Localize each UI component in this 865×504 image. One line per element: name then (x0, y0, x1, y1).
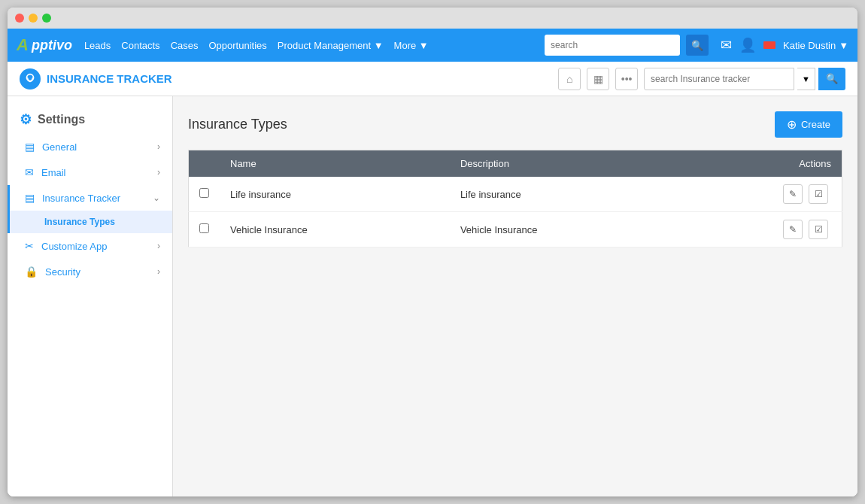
row1-delete-button[interactable]: ☑ (809, 184, 828, 204)
sidebar-item-email-label: Email (41, 167, 66, 178)
nav-link-cases[interactable]: Cases (171, 40, 199, 51)
app-logo: A pptivo (17, 35, 72, 55)
content-header: Insurance Types ⊕ Create (188, 111, 842, 138)
row1-edit-button[interactable]: ✎ (783, 184, 803, 204)
user-name: Katie Dustin (783, 40, 836, 51)
gear-icon: ⚙ (20, 111, 32, 128)
page-title: Insurance Types (188, 117, 287, 132)
main-layout: ⚙ Settings ▤ General › ✉ Email › (8, 96, 857, 496)
header-search: ▼ 🔍 (644, 68, 845, 90)
nav-link-product-management[interactable]: Product Management ▼ (278, 40, 384, 51)
table-row: Life insurance Life insurance ✎ ☑ (189, 177, 842, 212)
table-row: Vehicle Insurance Vehicle Insurance ✎ ☑ (189, 212, 842, 247)
nav-link-more[interactable]: More ▼ (394, 40, 429, 51)
sidebar-item-insurance-types[interactable]: Insurance Types (8, 211, 172, 233)
sidebar: ⚙ Settings ▤ General › ✉ Email › (8, 96, 173, 496)
insurance-tracker-icon: ▤ (25, 192, 35, 204)
app-header-actions: ⌂ ▦ ••• ▼ 🔍 (558, 68, 845, 90)
user-dropdown-icon: ▼ (839, 40, 848, 51)
sidebar-item-security[interactable]: 🔒 Security › (8, 259, 172, 284)
logo-leaf-icon: A (17, 35, 29, 55)
customize-icon: ✂ (25, 240, 34, 252)
content-area: Insurance Types ⊕ Create Name Descriptio… (173, 96, 857, 496)
app-icon (20, 68, 41, 90)
sidebar-item-insurance-tracker-left: ▤ Insurance Tracker (25, 192, 120, 204)
row1-description: Life insurance (450, 177, 680, 212)
row2-description: Vehicle Insurance (450, 212, 680, 247)
sidebar-item-email[interactable]: ✉ Email › (8, 159, 172, 185)
sidebar-item-insurance-types-label: Insurance Types (44, 217, 115, 227)
traffic-light-red[interactable] (15, 14, 24, 23)
create-plus-icon: ⊕ (787, 117, 797, 132)
traffic-light-yellow[interactable] (29, 14, 38, 23)
email-chevron-icon: › (157, 167, 160, 178)
row2-actions-cell: ✎ ☑ (680, 212, 842, 247)
nav-link-leads[interactable]: Leads (84, 40, 111, 51)
app-header-title: INSURANCE TRACKER (47, 72, 172, 85)
nav-icons: ✉ 👤 Katie Dustin ▼ (721, 37, 848, 53)
lock-icon: 🔒 (25, 266, 38, 278)
sidebar-item-general-label: General (42, 141, 77, 153)
nav-link-contacts[interactable]: Contacts (121, 40, 159, 51)
top-nav: A pptivo Leads Contacts Cases Opportunit… (8, 29, 857, 62)
row1-checkbox-cell (189, 177, 220, 212)
more-options-button[interactable]: ••• (615, 68, 638, 90)
user-avatar-icon[interactable]: 👤 (739, 37, 756, 53)
nav-search-button[interactable]: 🔍 (686, 35, 709, 56)
header-search-button[interactable]: 🔍 (818, 68, 845, 90)
security-chevron-icon: › (157, 266, 160, 277)
col-checkbox (189, 150, 220, 178)
window-titlebar (8, 8, 857, 29)
sidebar-item-security-label: Security (45, 266, 80, 278)
header-search-input[interactable] (644, 68, 794, 90)
logo-text: pptivo (32, 38, 72, 53)
sidebar-item-email-left: ✉ Email (25, 166, 66, 178)
sidebar-item-insurance-tracker[interactable]: ▤ Insurance Tracker ⌄ (8, 185, 172, 211)
row1-actions-cell: ✎ ☑ (680, 177, 842, 212)
col-actions: Actions (680, 150, 842, 178)
general-icon: ▤ (25, 141, 35, 153)
row1-checkbox[interactable] (199, 188, 209, 198)
flag-icon (763, 41, 775, 49)
nav-user[interactable]: Katie Dustin ▼ (783, 40, 848, 51)
app-header: INSURANCE TRACKER ⌂ ▦ ••• ▼ 🔍 (8, 62, 857, 96)
row2-edit-button[interactable]: ✎ (783, 220, 803, 239)
sidebar-item-insurance-tracker-label: Insurance Tracker (42, 193, 120, 204)
row1-name: Life insurance (220, 177, 450, 212)
table-header-row: Name Description Actions (189, 150, 842, 178)
general-chevron-icon: › (157, 141, 160, 152)
sidebar-item-general[interactable]: ▤ General › (8, 134, 172, 159)
create-button[interactable]: ⊕ Create (775, 111, 842, 138)
create-btn-label: Create (801, 119, 830, 130)
nav-links: Leads Contacts Cases Opportunities Produ… (84, 40, 429, 51)
col-name: Name (220, 150, 450, 178)
row2-checkbox-cell (189, 212, 220, 247)
row2-delete-button[interactable]: ☑ (809, 220, 828, 239)
customize-app-chevron-icon: › (157, 241, 160, 251)
sidebar-item-general-left: ▤ General (25, 141, 77, 153)
shield-icon (23, 72, 37, 86)
sidebar-item-customize-app-label: Customize App (41, 241, 107, 252)
email-icon: ✉ (25, 166, 34, 178)
message-icon[interactable]: ✉ (721, 37, 732, 53)
nav-search-input[interactable] (545, 35, 680, 56)
header-search-dropdown[interactable]: ▼ (797, 68, 815, 90)
sidebar-item-customize-app-left: ✂ Customize App (25, 240, 107, 252)
sidebar-item-security-left: 🔒 Security (25, 266, 80, 278)
sidebar-item-customize-app[interactable]: ✂ Customize App › (8, 233, 172, 259)
nav-link-opportunities[interactable]: Opportunities (208, 40, 266, 51)
home-button[interactable]: ⌂ (558, 68, 581, 90)
row2-checkbox[interactable] (199, 223, 209, 233)
row2-name: Vehicle Insurance (220, 212, 450, 247)
nav-search: 🔍 (545, 35, 709, 56)
chart-button[interactable]: ▦ (587, 68, 609, 90)
insurance-types-table: Name Description Actions Life insurance … (188, 150, 842, 247)
sidebar-title-text: Settings (38, 113, 85, 126)
window-chrome: A pptivo Leads Contacts Cases Opportunit… (8, 8, 857, 496)
insurance-tracker-chevron-down-icon: ⌄ (153, 193, 160, 203)
col-description: Description (450, 150, 680, 178)
traffic-light-green[interactable] (42, 14, 51, 23)
sidebar-settings-title: ⚙ Settings (8, 105, 172, 134)
